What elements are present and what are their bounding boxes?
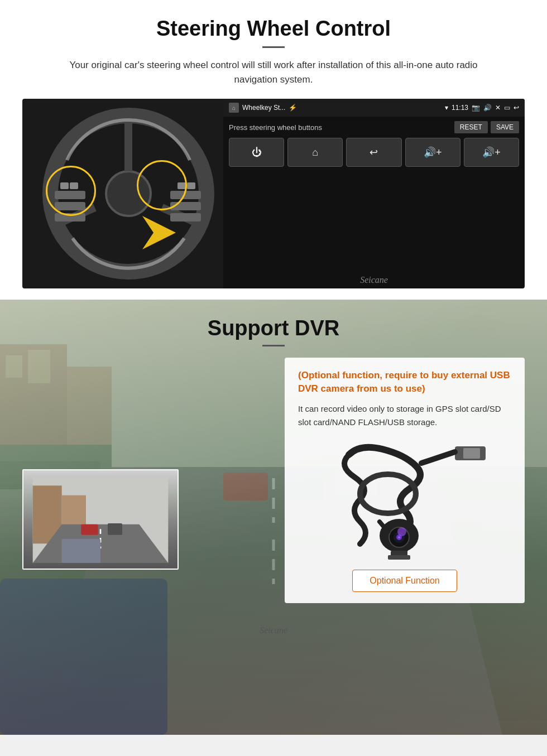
android-main-content: Press steering wheel buttons RESET SAVE … [223,117,525,272]
statusbar-right: ▾ 11:13 📷 🔊 ✕ ▭ ↩ [445,104,519,112]
dvr-left-column [22,358,190,570]
usb-icon: ⚡ [289,104,297,112]
steering-description: Your original car's steering wheel contr… [61,58,486,86]
left-circle-highlight [46,166,96,216]
power-btn[interactable]: ⏻ [229,138,284,167]
screen-icon: ▭ [504,104,510,112]
statusbar-left: ⌂ Wheelkey St... ⚡ [229,103,297,113]
svg-rect-36 [81,524,98,535]
android-statusbar: ⌂ Wheelkey St... ⚡ ▾ 11:13 📷 🔊 ✕ ▭ ↩ [223,99,525,117]
android-screen-panel: ⌂ Wheelkey St... ⚡ ▾ 11:13 📷 🔊 ✕ ▭ ↩ Pre… [223,99,525,288]
dvr-camera-illustration [298,438,511,561]
steering-wheel-photo [22,99,234,288]
steering-control-header: Press steering wheel buttons RESET SAVE [229,121,519,133]
svg-rect-38 [62,539,100,563]
dvr-road-view [29,476,172,563]
reset-button[interactable]: RESET [454,121,488,133]
vol-down-btn[interactable]: 🔊+ [464,138,519,167]
dvr-main-row: (Optional function, require to buy exter… [22,358,525,603]
dvr-right-column: (Optional function, require to buy exter… [201,358,525,603]
camera-icon: 📷 [472,104,480,112]
back-icon: ↩ [514,104,519,112]
dvr-screenshot-inner [23,470,177,569]
home-icon: ⌂ [229,103,239,113]
steering-function-grid: ⏻ ⌂ ↩ 🔊+ 🔊+ [229,138,519,167]
svg-line-42 [421,452,455,463]
bottom-bar [0,735,547,756]
svg-rect-14 [187,182,195,189]
vol-up-btn[interactable]: 🔊+ [405,138,460,167]
time-display: 11:13 [452,104,468,112]
seicane-watermark-dvr: Seicane [0,625,547,647]
seicane-watermark-steering: Seicane [223,272,525,288]
svg-rect-37 [108,523,122,535]
dvr-info-card: (Optional function, require to buy exter… [285,358,525,603]
right-circle-highlight [137,160,187,210]
dvr-content-area: Support DVR [0,300,547,620]
dvr-camera-svg [315,438,494,561]
dvr-optional-notice: (Optional function, require to buy exter… [298,369,511,396]
svg-marker-15 [142,216,176,249]
dvr-camera-screenshot [22,469,179,570]
svg-rect-50 [388,555,410,560]
volume-icon: 🔊 [483,104,492,112]
wifi-icon: ▾ [445,104,448,112]
steering-image-container: ⌂ Wheelkey St... ⚡ ▾ 11:13 📷 🔊 ✕ ▭ ↩ Pre… [22,99,525,288]
dvr-title-divider [262,345,285,346]
back-btn[interactable]: ↩ [346,138,401,167]
steering-section: Steering Wheel Control Your original car… [0,0,547,300]
dvr-title: Support DVR [22,316,525,340]
dvr-section: Support DVR [0,300,547,735]
app-name: Wheelkey St... [242,104,285,112]
dvr-description: It can record video only to storage in G… [298,402,511,429]
optional-function-button[interactable]: Optional Function [352,570,457,592]
control-buttons: RESET SAVE [454,121,519,133]
save-button[interactable]: SAVE [491,121,519,133]
home-btn[interactable]: ⌂ [287,138,343,167]
svg-rect-41 [463,448,480,459]
close-icon: ✕ [495,104,501,112]
direction-arrow [126,210,193,255]
title-divider [262,46,285,48]
svg-point-47 [398,536,400,538]
steering-title: Steering Wheel Control [22,17,525,41]
svg-point-48 [397,527,406,536]
control-instruction: Press steering wheel buttons [229,123,322,132]
